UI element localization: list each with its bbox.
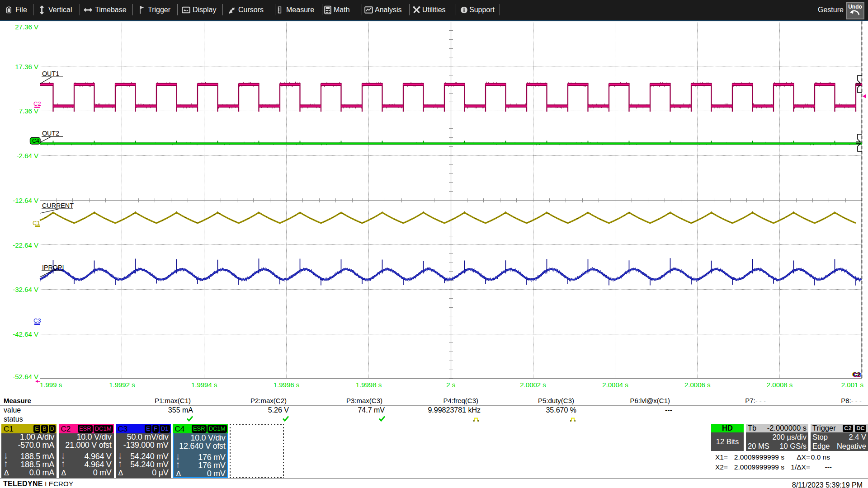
svg-text:2.0002 s: 2.0002 s	[520, 381, 546, 389]
svg-text:1.9998 s: 1.9998 s	[356, 381, 382, 389]
svg-text:2.0006 s: 2.0006 s	[684, 381, 711, 389]
svg-text:1.9994 s: 1.9994 s	[191, 381, 217, 389]
svg-text:-52.64 V: -52.64 V	[13, 373, 38, 380]
svg-text:OUT2: OUT2	[42, 130, 59, 137]
svg-text:7.36 V: 7.36 V	[19, 107, 38, 115]
svg-text:1.9992 s: 1.9992 s	[109, 381, 135, 389]
svg-text:1.999 s: 1.999 s	[40, 381, 62, 389]
svg-text:OUT1: OUT1	[42, 70, 59, 77]
svg-text:C2: C2	[33, 100, 41, 107]
svg-text:CURRENT: CURRENT	[42, 202, 74, 209]
svg-text:2.0008 s: 2.0008 s	[767, 381, 793, 389]
svg-text:-42.64 V: -42.64 V	[13, 330, 38, 338]
svg-text:IPROPI: IPROPI	[42, 264, 64, 271]
svg-text:-22.64 V: -22.64 V	[13, 241, 38, 249]
svg-text:-12.64 V: -12.64 V	[13, 197, 38, 204]
svg-text:17.36 V: 17.36 V	[15, 63, 38, 70]
svg-text:C3: C3	[33, 317, 41, 324]
svg-text:C1: C1	[33, 220, 40, 226]
svg-text:-32.64 V: -32.64 V	[13, 286, 38, 293]
svg-text:2 s: 2 s	[446, 381, 455, 389]
svg-text:C4: C4	[32, 138, 39, 144]
svg-text:-2.64 V: -2.64 V	[17, 152, 38, 160]
svg-text:C2: C2	[853, 371, 860, 378]
svg-text:2.001 s: 2.001 s	[841, 381, 863, 389]
svg-text:1.9996 s: 1.9996 s	[274, 381, 300, 389]
svg-text:2.0004 s: 2.0004 s	[602, 381, 628, 389]
svg-text:27.36 V: 27.36 V	[15, 23, 38, 31]
